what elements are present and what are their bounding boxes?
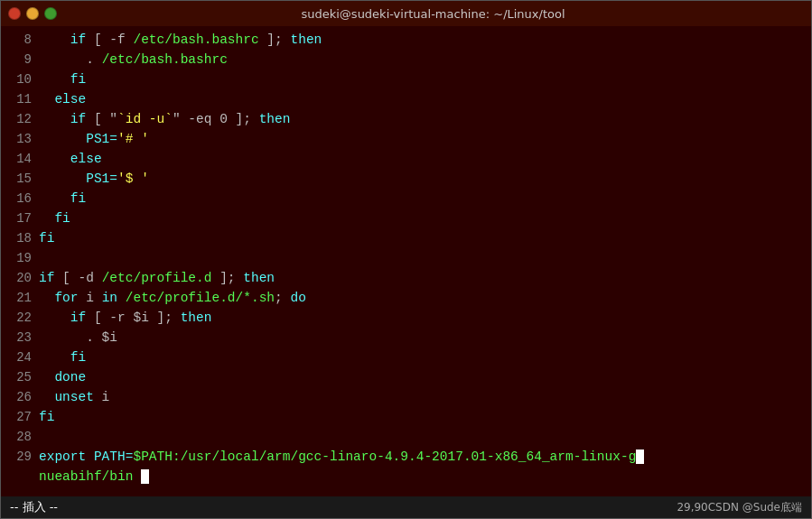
terminal-line: 12 if [ "`id -u`" -eq 0 ]; then (6, 109, 806, 129)
terminal-line: 19 (6, 248, 806, 268)
terminal-line: 17 fi (6, 209, 806, 228)
vim-mode: -- 插入 -- (10, 499, 58, 515)
terminal-line: 28 (6, 427, 806, 447)
terminal-line: 10 fi (6, 70, 806, 89)
terminal-line: 16 fi (6, 189, 806, 209)
terminal-line: 20if [ -d /etc/profile.d ]; then (6, 268, 806, 288)
terminal-line: 18fi (6, 228, 806, 248)
terminal-line: 15 PS1='$ ' (6, 169, 806, 189)
terminal-line: 8 if [ -f /etc/bash.bashrc ]; then (6, 30, 806, 50)
terminal-line: 25 done (6, 367, 806, 387)
maximize-button[interactable] (44, 7, 57, 20)
terminal-line: 11 else (6, 89, 806, 109)
cursor-position: 29,90CSDN @Sude底端 (677, 500, 802, 515)
minimize-button[interactable] (26, 7, 39, 20)
terminal-line: 22 if [ -r $i ]; then (6, 308, 806, 328)
terminal-window: sudeki@sudeki-virtual-machine: ~/Linux/t… (0, 0, 812, 519)
terminal-line: 23 . $i (6, 328, 806, 348)
terminal-line: 13 PS1='# ' (6, 129, 806, 149)
terminal-line-wrap: nueabihf/bin (6, 467, 806, 487)
statusbar: -- 插入 -- 29,90CSDN @Sude底端 (1, 496, 811, 518)
terminal-body[interactable]: 8 if [ -f /etc/bash.bashrc ]; then9 . /e… (1, 26, 811, 496)
close-button[interactable] (8, 7, 21, 20)
terminal-line: 21 for i in /etc/profile.d/*.sh; do (6, 288, 806, 308)
terminal-line: 29export PATH=$PATH:/usr/local/arm/gcc-l… (6, 447, 806, 467)
terminal-line: 27fi (6, 407, 806, 427)
window-title: sudeki@sudeki-virtual-machine: ~/Linux/t… (62, 7, 804, 21)
terminal-line: 9 . /etc/bash.bashrc (6, 50, 806, 70)
terminal-line: 14 else (6, 149, 806, 169)
terminal-line: 24 fi (6, 348, 806, 367)
titlebar: sudeki@sudeki-virtual-machine: ~/Linux/t… (1, 1, 811, 26)
terminal-line: 26 unset i (6, 387, 806, 407)
